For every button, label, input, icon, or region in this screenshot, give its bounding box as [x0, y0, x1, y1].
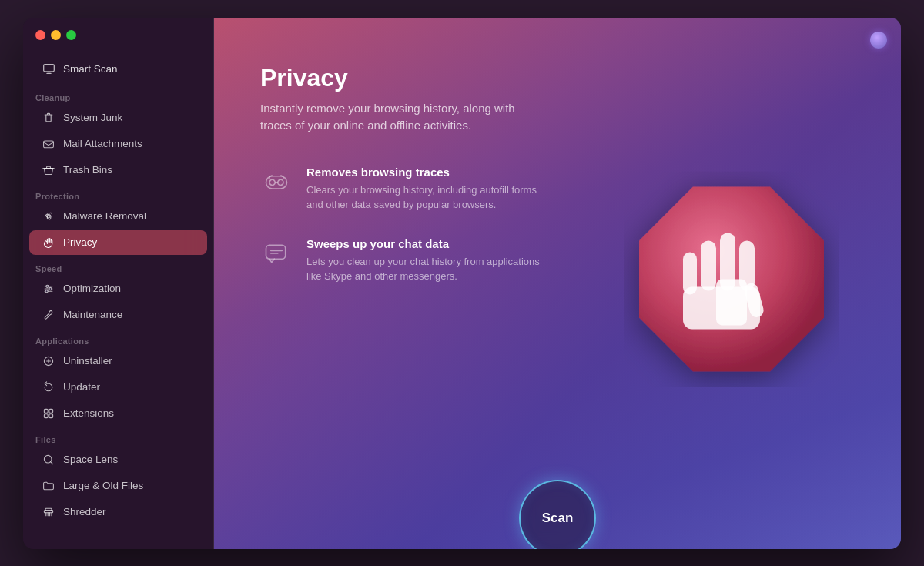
- minimize-button[interactable]: [51, 30, 61, 40]
- sidebar-item-shredder[interactable]: Shredder: [29, 500, 207, 524]
- feature-title-browsing-traces: Removes browsing traces: [306, 166, 553, 179]
- svg-rect-12: [44, 414, 48, 417]
- sidebar-item-label-optimization: Optimization: [63, 283, 121, 294]
- sidebar-section-label-files: Files: [23, 427, 213, 447]
- sidebar-section-label-speed: Speed: [23, 256, 213, 276]
- sidebar-item-mail-attachments[interactable]: Mail Attachments: [29, 132, 207, 156]
- status-dot: [870, 32, 887, 49]
- svg-point-18: [278, 179, 283, 185]
- sidebar-item-space-lens[interactable]: Space Lens: [29, 447, 207, 472]
- feature-browsing-traces: Removes browsing tracesClears your brows…: [260, 166, 553, 213]
- sidebar: Smart Scan CleanupSystem JunkMail Attach…: [23, 18, 214, 549]
- scan-label: Scan: [542, 511, 574, 526]
- trash-bin-icon: [42, 163, 55, 177]
- sidebar-section-label-applications: Applications: [23, 329, 213, 349]
- app-window: Smart Scan CleanupSystem JunkMail Attach…: [23, 18, 901, 549]
- feature-title-chat-data: Sweeps up your chat data: [306, 237, 553, 250]
- mask-icon: [260, 166, 293, 198]
- sidebar-item-label-malware-removal: Malware Removal: [63, 210, 146, 222]
- svg-rect-0: [43, 65, 54, 72]
- sidebar-item-label-uninstaller: Uninstaller: [63, 355, 112, 367]
- uninstall-icon: [42, 354, 55, 368]
- sidebar-item-label-maintenance: Maintenance: [63, 309, 122, 320]
- feature-text-browsing-traces: Removes browsing tracesClears your brows…: [306, 166, 553, 213]
- sidebar-item-label-updater: Updater: [63, 381, 100, 393]
- sidebar-item-extensions[interactable]: Extensions: [29, 401, 207, 426]
- sidebar-item-malware-removal[interactable]: Malware Removal: [29, 204, 207, 229]
- wrench-icon: [42, 308, 55, 322]
- sidebar-item-updater[interactable]: Updater: [29, 375, 207, 400]
- svg-point-17: [270, 179, 275, 185]
- sidebar-item-trash-bins[interactable]: Trash Bins: [29, 158, 207, 183]
- refresh-icon: [42, 380, 55, 394]
- svg-rect-10: [44, 409, 48, 413]
- page-subtitle: Instantly remove your browsing history, …: [260, 100, 522, 135]
- svg-point-8: [45, 290, 48, 292]
- traffic-lights: [35, 30, 76, 40]
- chat-icon: [260, 237, 293, 270]
- sidebar-item-label-system-junk: System Junk: [63, 112, 122, 123]
- svg-rect-13: [49, 414, 53, 417]
- main-content: Privacy Instantly remove your browsing h…: [214, 18, 901, 549]
- sliders-icon: [42, 282, 55, 296]
- maximize-button[interactable]: [66, 30, 76, 40]
- feature-chat-data: Sweeps up your chat dataLets you clean u…: [260, 237, 553, 284]
- monitor-icon: [42, 62, 55, 76]
- mail-icon: [42, 137, 55, 151]
- sidebar-item-large-old-files[interactable]: Large & Old Files: [29, 474, 207, 498]
- sidebar-item-uninstaller[interactable]: Uninstaller: [29, 349, 207, 373]
- svg-rect-19: [266, 245, 286, 259]
- scan-button-container: Scan: [519, 480, 596, 549]
- sidebar-item-label-space-lens: Space Lens: [63, 454, 118, 465]
- content-area: Privacy Instantly remove your browsing h…: [214, 18, 901, 549]
- sidebar-item-privacy[interactable]: Privacy: [29, 230, 207, 255]
- sidebar-item-label-extensions: Extensions: [63, 407, 114, 419]
- sidebar-item-smart-scan[interactable]: Smart Scan: [29, 56, 207, 82]
- sidebar-section-label-cleanup: Cleanup: [23, 85, 213, 105]
- feature-desc-browsing-traces: Clears your browsing history, including …: [306, 183, 553, 213]
- shredder-icon: [42, 505, 55, 519]
- feature-text-chat-data: Sweeps up your chat dataLets you clean u…: [306, 237, 553, 284]
- svg-point-6: [46, 285, 49, 287]
- folder-icon: [42, 479, 55, 493]
- sidebar-item-label-trash-bins: Trash Bins: [63, 164, 112, 176]
- hand-icon: [42, 236, 55, 250]
- sidebar-item-maintenance[interactable]: Maintenance: [29, 303, 207, 327]
- sidebar-item-system-junk[interactable]: System Junk: [29, 105, 207, 130]
- sidebar-item-label-large-old-files: Large & Old Files: [63, 480, 143, 491]
- biohazard-icon: [42, 209, 55, 223]
- svg-rect-11: [49, 409, 53, 413]
- smart-scan-label: Smart Scan: [63, 63, 118, 75]
- page-title: Privacy: [260, 64, 855, 92]
- extensions-icon: [42, 407, 55, 420]
- sidebar-item-label-shredder: Shredder: [63, 506, 106, 517]
- svg-rect-1: [44, 141, 54, 148]
- sidebar-item-label-mail-attachments: Mail Attachments: [63, 138, 142, 149]
- trash-icon: [42, 111, 55, 125]
- sidebar-section-label-protection: Protection: [23, 184, 213, 204]
- sidebar-item-optimization[interactable]: Optimization: [29, 276, 207, 301]
- feature-desc-chat-data: Lets you clean up your chat history from…: [306, 254, 553, 284]
- lens-icon: [42, 453, 55, 467]
- close-button[interactable]: [35, 30, 45, 40]
- sidebar-item-label-privacy: Privacy: [63, 236, 97, 248]
- scan-button[interactable]: Scan: [519, 480, 596, 549]
- svg-point-7: [49, 287, 52, 290]
